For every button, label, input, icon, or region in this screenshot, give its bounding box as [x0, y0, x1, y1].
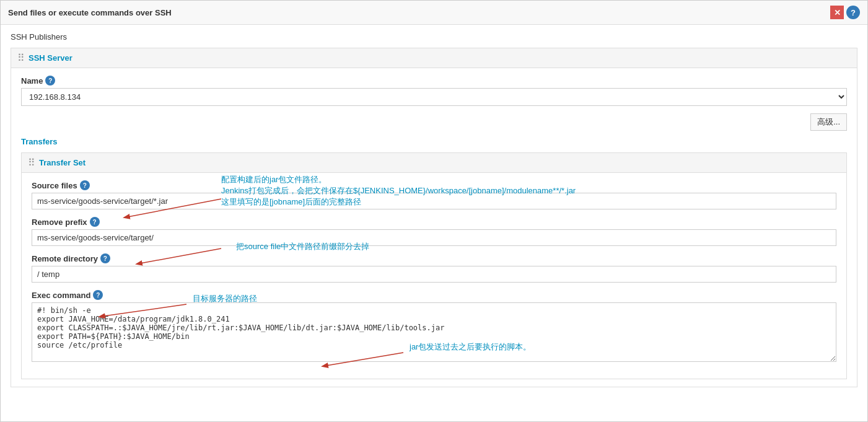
name-help-icon[interactable]: ? [45, 76, 55, 86]
close-button[interactable]: ✕ [830, 6, 844, 19]
remote-directory-row: Remote directory ? [32, 253, 836, 283]
ssh-server-header: ⠿ SSH Server [11, 48, 857, 68]
transfer-drag-handle-icon: ⠿ [28, 157, 35, 169]
remove-prefix-row: Remove prefix ? [32, 217, 836, 246]
publishers-section-title: SSH Publishers [11, 32, 857, 42]
name-field-row: Name ? 192.168.8.134 [21, 76, 847, 106]
exec-command-row: Exec command ? #! bin/sh -e export JAVA_… [32, 290, 836, 364]
remove-prefix-input[interactable] [32, 229, 836, 246]
source-files-label: Source files ? [32, 180, 836, 190]
remote-directory-input[interactable] [32, 266, 836, 283]
source-files-row: Source files ? [32, 180, 836, 209]
main-window: Send files or execute commands over SSH … [0, 0, 868, 422]
drag-handle-icon: ⠿ [17, 52, 25, 64]
ssh-server-title: SSH Server [28, 53, 72, 63]
name-select[interactable]: 192.168.8.134 [21, 88, 847, 106]
content-area: SSH Publishers ⠿ SSH Server Name ? 192.1… [1, 25, 867, 405]
transfer-set-header: ⠿ Transfer Set [22, 153, 846, 173]
advanced-button[interactable]: 高级... [810, 113, 847, 131]
source-files-input[interactable] [32, 193, 836, 209]
exec-command-label: Exec command ? [32, 290, 836, 300]
help-button[interactable]: ? [846, 6, 860, 19]
remote-directory-label: Remote directory ? [32, 253, 836, 263]
remote-directory-help-icon[interactable]: ? [100, 253, 110, 263]
ssh-server-block: ⠿ SSH Server Name ? 192.168.8.134 高级... [11, 48, 857, 387]
window-title: Send files or execute commands over SSH [8, 8, 172, 17]
transfer-set-title: Transfer Set [39, 158, 85, 167]
ssh-server-body: Name ? 192.168.8.134 高级... Transfers [11, 68, 857, 387]
title-bar: Send files or execute commands over SSH … [1, 1, 867, 25]
name-label: Name ? [21, 76, 847, 86]
exec-command-help-icon[interactable]: ? [93, 290, 103, 300]
title-bar-buttons: ✕ ? [830, 6, 860, 19]
remove-prefix-help-icon[interactable]: ? [90, 217, 100, 227]
advanced-btn-row: 高级... [21, 113, 847, 131]
exec-command-textarea[interactable]: #! bin/sh -e export JAVA_HOME=/data/prog… [32, 302, 836, 362]
transfer-set-block: ⠿ Transfer Set Source files ? [21, 152, 847, 379]
source-files-help-icon[interactable]: ? [80, 180, 90, 190]
transfer-set-body: Source files ? Remove prefix ? [22, 173, 846, 379]
remove-prefix-label: Remove prefix ? [32, 217, 836, 227]
transfers-title: Transfers [21, 137, 847, 146]
